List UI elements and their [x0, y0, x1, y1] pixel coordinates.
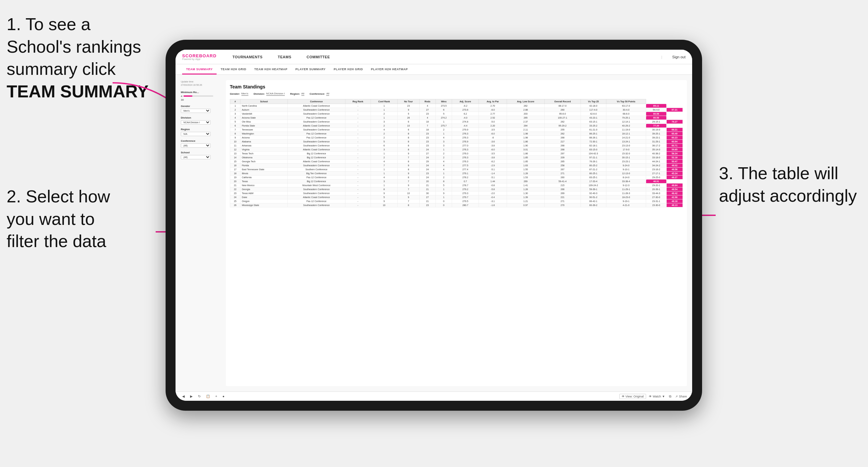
- col-conference: Conference: [288, 99, 345, 104]
- toolbar-refresh[interactable]: ↻: [197, 394, 202, 399]
- logo-sub: Powered by clippi: [182, 58, 217, 60]
- share-button[interactable]: ↗ Share: [675, 395, 687, 398]
- table-row: 14OklahomaBig 12 Conference-27242276.3-3…: [230, 156, 683, 160]
- col-avg-par: Avg. to Par: [479, 99, 507, 104]
- tablet: SCOREBOARD Powered by clippi TOURNAMENTS…: [165, 40, 702, 411]
- table-row: 3VanderbiltSoutheastern Conference-25235…: [230, 112, 683, 116]
- col-vs50-pts: Vs Top 50 Points: [606, 99, 646, 104]
- conference-select[interactable]: (All): [181, 144, 211, 148]
- view-original-button[interactable]: 👁 View: Original: [619, 394, 646, 399]
- col-wins: Wins: [435, 99, 452, 104]
- instruction-2-line2: you want to: [7, 209, 95, 228]
- table-row: 12VirginiaAtlantic Coast Conference-3824…: [230, 148, 683, 152]
- rank-slider[interactable]: [183, 95, 213, 97]
- filter-minimum-rank: Minimum Ro... 4 30: [181, 91, 221, 101]
- view-icon: 👁: [622, 395, 625, 398]
- table-row: 2AuburnSoutheastern Conference-19276273.…: [230, 108, 683, 112]
- tab-player-summary[interactable]: PLAYER SUMMARY: [291, 65, 330, 74]
- col-adj-score: Adj. Score: [452, 99, 479, 104]
- instruction-2-line1: 2. Select how: [7, 187, 110, 206]
- table-row: 19CaliforniaPac-12 Conference-48242278.2…: [230, 176, 683, 180]
- col-reg-rank: Reg Rank: [345, 99, 371, 104]
- col-overall: Overall Record: [545, 99, 581, 104]
- filter-region: Region N/A All: [181, 128, 221, 136]
- table-row: 20TexasBig 12 Conference-372080.71.44269…: [230, 180, 683, 184]
- table-row: 23Texas A&MSoutheastern Conference-91030…: [230, 191, 683, 195]
- tab-team-h2h-heatmap[interactable]: TEAM H2H HEATMAP: [250, 65, 291, 74]
- col-school: School: [241, 99, 288, 104]
- table-row: 25OregonPac-12 Conference-97210279.5-3.1…: [230, 199, 683, 204]
- toolbar-forward[interactable]: ▶: [189, 394, 194, 399]
- filter-school: School (All): [181, 151, 221, 159]
- toolbar-expand[interactable]: ⧉: [668, 394, 673, 399]
- sub-nav: TEAM SUMMARY TEAM H2H GRID TEAM H2H HEAT…: [176, 64, 692, 75]
- filter-update: Update time: 27/03/2024 16:56:26: [181, 80, 221, 87]
- nav-tournaments[interactable]: TOURNAMENTS: [230, 54, 265, 60]
- table-row: 5Ole MissSoutheastern Conference-3618127…: [230, 120, 683, 124]
- nav-teams[interactable]: TEAMS: [275, 54, 294, 60]
- table-title: Team Standings: [230, 84, 683, 89]
- toolbar-plus[interactable]: +: [214, 394, 219, 399]
- division-select[interactable]: NCAA Division I NCAA Division II: [181, 120, 211, 125]
- table-area: Team Standings Gender: Men's Division: N…: [226, 80, 687, 386]
- logo-text: SCOREBOARD: [182, 54, 217, 58]
- table-row: 4Arizona StatePac-12 Conference-1264274.…: [230, 116, 683, 120]
- table-row: 10AlabamaSoutheastern Conference-5823327…: [230, 140, 683, 144]
- instruction-3: 3. The table will adjust accordingly: [719, 162, 861, 207]
- filter-division: Division NCAA Division I NCAA Division I…: [181, 116, 221, 125]
- nav-divider: |: [661, 55, 662, 59]
- instruction-2-line3: filter the data: [7, 231, 106, 251]
- filter-panel: Update time: 27/03/2024 16:56:26 Minimum…: [181, 80, 221, 386]
- logo-area: SCOREBOARD Powered by clippi: [182, 54, 217, 60]
- col-rnds: Rnds: [419, 99, 435, 104]
- table-row: 1North CarolinaAtlantic Coast Conference…: [230, 104, 683, 108]
- filter-conference: Conference (All): [181, 139, 221, 148]
- bottom-toolbar: ◀ ▶ ↻ 📋 + ● 👁 View: Original 👁 Watch ▼ ⧉…: [176, 392, 692, 401]
- table-filters-row: Gender: Men's Division: NCAA Division I …: [230, 92, 683, 96]
- watch-icon: 👁: [649, 395, 652, 398]
- instruction-1-text: 1. To see a School's rankings summary cl…: [7, 14, 141, 79]
- nav-bar: SCOREBOARD Powered by clippi TOURNAMENTS…: [176, 50, 692, 64]
- table-row: 24DukeAtlantic Coast Conference-59271279…: [230, 195, 683, 199]
- table-row: 13Texas TechBig 12 Conference-19272276.0…: [230, 152, 683, 156]
- table-row: 11ArkansasSoutheastern Conference-682332…: [230, 144, 683, 148]
- col-conf-rank: Conf Rank: [371, 99, 398, 104]
- filter-gender: Gender Men's Women's: [181, 105, 221, 113]
- main-content: Update time: 27/03/2024 16:56:26 Minimum…: [176, 75, 692, 392]
- table-row: 18IllinoisBig Ten Conference-19231279.1-…: [230, 172, 683, 176]
- table-row: 21New MexicoMountain West Conference-192…: [230, 184, 683, 187]
- instruction-3-line1: 3. The table will: [719, 164, 838, 183]
- nav-committee[interactable]: COMMITTEE: [304, 54, 333, 60]
- table-row: 22GeorgiaSoutheastern Conference-8721127…: [230, 187, 683, 191]
- watch-button[interactable]: 👁 Watch ▼: [649, 395, 665, 398]
- table-row: 17East Tennessee StateSouthern Conferenc…: [230, 167, 683, 172]
- table-row: 26Mississippi StateSoutheastern Conferen…: [230, 204, 683, 207]
- gender-select[interactable]: Men's Women's: [181, 108, 211, 113]
- table-row: 9ArizonaPac-12 Conference-28234276.3-61.…: [230, 136, 683, 140]
- toolbar-copy[interactable]: 📋: [205, 394, 211, 399]
- instruction-3-line2: adjust accordingly: [719, 186, 857, 205]
- school-select[interactable]: (All): [181, 155, 211, 159]
- region-select[interactable]: N/A All: [181, 132, 211, 136]
- col-vs25: Vs Top 25: [581, 99, 606, 104]
- nav-signout[interactable]: Sign out: [672, 55, 685, 59]
- share-icon: ↗: [675, 395, 678, 398]
- standings-table: # School Conference Reg Rank Conf Rank N…: [230, 99, 683, 207]
- table-row: 6Florida StateAtlantic Coast Conference-…: [230, 124, 683, 128]
- toolbar-time[interactable]: ●: [221, 394, 226, 399]
- col-rank: #: [230, 99, 241, 104]
- toolbar-back[interactable]: ◀: [181, 394, 186, 399]
- tab-player-h2h-heatmap[interactable]: PLAYER H2H HEATMAP: [367, 65, 412, 74]
- table-row: 8WashingtonPac-12 Conference-28231276.3-…: [230, 132, 683, 136]
- table-row: 7TennesseeSoutheastern Conference-461822…: [230, 128, 683, 132]
- col-no-tour: No Tour: [398, 99, 420, 104]
- tab-player-h2h-grid[interactable]: PLAYER H2H GRID: [330, 65, 367, 74]
- table-header-row: # School Conference Reg Rank Conf Rank N…: [230, 99, 683, 104]
- tablet-screen: SCOREBOARD Powered by clippi TOURNAMENTS…: [176, 50, 692, 401]
- table-row: 16FloridaSoutheastern Conference-7924427…: [230, 164, 683, 167]
- watch-chevron: ▼: [662, 395, 665, 398]
- tab-team-h2h-grid[interactable]: TEAM H2H GRID: [217, 65, 250, 74]
- tab-team-summary[interactable]: TEAM SUMMARY: [182, 65, 217, 74]
- instruction-2: 2. Select how you want to filter the dat…: [7, 185, 146, 253]
- col-avg-low: Avg. Low Score: [507, 99, 545, 104]
